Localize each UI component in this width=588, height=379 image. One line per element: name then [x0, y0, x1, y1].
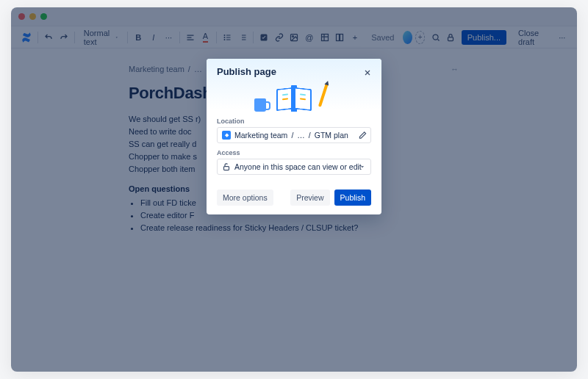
publish-page-modal: Publish page Location ◆ [207, 59, 381, 214]
svg-rect-17 [224, 167, 229, 170]
location-label: Location [217, 118, 371, 125]
access-field[interactable]: Anyone in this space can view or edit [217, 159, 371, 175]
location-leaf: GTM plan [315, 131, 348, 140]
modal-overlay[interactable]: Publish page Location ◆ [11, 7, 577, 372]
close-button[interactable] [361, 66, 374, 79]
space-icon: ◆ [222, 131, 231, 140]
close-icon [363, 68, 372, 77]
preview-button[interactable]: Preview [290, 190, 329, 206]
modal-footer: More options Preview Publish [207, 190, 381, 214]
publish-confirm-button[interactable]: Publish [334, 190, 371, 206]
modal-body: Location ◆ Marketing team / … / GTM plan… [207, 110, 381, 190]
app-window: Normal text B I ··· A @ + Saved + Publis… [11, 7, 577, 372]
more-options-button[interactable]: More options [217, 190, 273, 206]
location-space: Marketing team [234, 131, 287, 140]
publish-illustration [250, 72, 338, 112]
modal-header: Publish page [207, 59, 381, 110]
location-field[interactable]: ◆ Marketing team / … / GTM plan [217, 127, 371, 143]
access-label: Access [217, 149, 371, 156]
edit-location-button[interactable] [359, 131, 367, 140]
unlocked-icon [222, 162, 231, 171]
chevron-down-icon [359, 163, 366, 170]
access-value: Anyone in this space can view or edit [234, 162, 362, 171]
pencil-icon [359, 131, 367, 140]
